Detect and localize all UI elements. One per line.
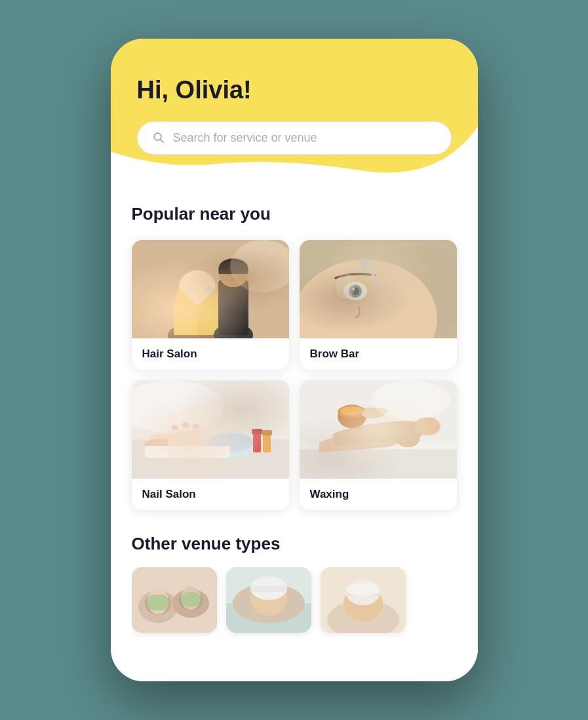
- svg-rect-37: [145, 446, 230, 458]
- svg-rect-7: [218, 279, 248, 335]
- nail-salon-svg: [132, 380, 289, 479]
- svg-point-16: [343, 282, 367, 300]
- hair-salon-label: Hair Salon: [132, 338, 289, 370]
- spa-image: [132, 567, 217, 633]
- svg-rect-23: [132, 380, 289, 479]
- svg-rect-24: [132, 439, 289, 479]
- svg-point-11: [230, 240, 289, 292]
- svg-point-19: [352, 288, 355, 290]
- svg-point-15: [332, 275, 378, 304]
- svg-rect-27: [253, 431, 261, 452]
- brow-bar-image: [300, 240, 457, 338]
- svg-point-13: [365, 247, 457, 338]
- svg-point-26: [206, 433, 254, 452]
- svg-rect-57: [181, 592, 201, 607]
- hair-salon-image: [132, 240, 289, 338]
- svg-point-42: [414, 417, 441, 435]
- svg-point-44: [338, 405, 366, 428]
- svg-rect-32: [182, 425, 189, 445]
- svg-rect-30: [262, 430, 272, 435]
- popular-section-title: Popular near you: [132, 204, 457, 224]
- other-cards-row: [132, 567, 457, 638]
- search-icon: [152, 131, 165, 144]
- venue-card-brow-bar[interactable]: Brow Bar: [300, 240, 457, 370]
- svg-rect-20: [366, 260, 380, 292]
- nail-salon-image: [132, 380, 289, 479]
- svg-point-34: [172, 425, 178, 430]
- beauty-image: [321, 567, 406, 633]
- svg-rect-33: [192, 426, 200, 445]
- svg-rect-12: [300, 240, 457, 338]
- svg-point-38: [132, 380, 224, 433]
- other-card-beauty[interactable]: [321, 567, 406, 633]
- greeting-text: Hi, Olivia!: [137, 75, 452, 106]
- svg-point-8: [219, 261, 248, 287]
- svg-rect-47: [364, 412, 380, 416]
- svg-point-48: [372, 380, 450, 420]
- header-area: Hi, Olivia! Search for service or venue: [111, 39, 478, 183]
- venue-card-hair-salon[interactable]: Hair Salon: [132, 240, 289, 370]
- venue-card-nail-salon[interactable]: Nail Salon: [132, 380, 289, 510]
- brow-bar-svg: [300, 240, 457, 338]
- svg-point-45: [338, 405, 366, 418]
- main-content: Popular near you: [111, 183, 478, 681]
- venue-card-waxing[interactable]: Waxing: [300, 380, 457, 510]
- svg-line-10: [205, 288, 214, 298]
- svg-rect-40: [300, 446, 457, 479]
- svg-point-5: [179, 270, 216, 304]
- svg-point-14: [300, 260, 437, 338]
- svg-point-17: [349, 285, 362, 298]
- nail-salon-label: Nail Salon: [132, 479, 289, 510]
- waxing-svg: [300, 380, 457, 479]
- other-card-spa[interactable]: [132, 567, 217, 633]
- waxing-image: [300, 380, 457, 479]
- search-placeholder: Search for service or venue: [173, 131, 317, 145]
- hair-salon-svg: [132, 240, 289, 338]
- svg-rect-39: [300, 380, 457, 479]
- header-content: Hi, Olivia! Search for service or venue: [111, 39, 478, 170]
- svg-point-6: [214, 323, 253, 338]
- svg-line-1: [160, 140, 163, 143]
- phone-shell: Hi, Olivia! Search for service or venue …: [111, 39, 478, 681]
- other-section-title: Other venue types: [132, 534, 457, 554]
- svg-point-46: [340, 407, 364, 416]
- svg-rect-29: [263, 433, 271, 452]
- svg-point-21: [357, 257, 369, 272]
- svg-rect-31: [171, 428, 179, 446]
- other-card-massage[interactable]: [226, 567, 311, 633]
- svg-point-69: [346, 583, 380, 596]
- svg-rect-4: [178, 292, 217, 335]
- svg-rect-56: [147, 595, 168, 610]
- search-bar[interactable]: Search for service or venue: [137, 121, 452, 155]
- svg-point-36: [193, 424, 199, 429]
- svg-rect-63: [250, 586, 287, 592]
- svg-line-9: [207, 286, 217, 296]
- svg-rect-2: [132, 240, 289, 338]
- svg-point-22: [336, 273, 355, 299]
- svg-rect-28: [252, 429, 262, 434]
- svg-point-3: [168, 322, 227, 338]
- brow-bar-label: Brow Bar: [300, 338, 457, 370]
- svg-point-25: [205, 431, 255, 460]
- popular-cards-grid: Hair Salon: [132, 240, 457, 510]
- waxing-label: Waxing: [300, 479, 457, 510]
- svg-point-43: [396, 431, 420, 447]
- svg-point-35: [182, 422, 189, 428]
- svg-point-18: [351, 287, 359, 295]
- massage-image: [226, 567, 311, 633]
- svg-rect-41: [300, 443, 457, 449]
